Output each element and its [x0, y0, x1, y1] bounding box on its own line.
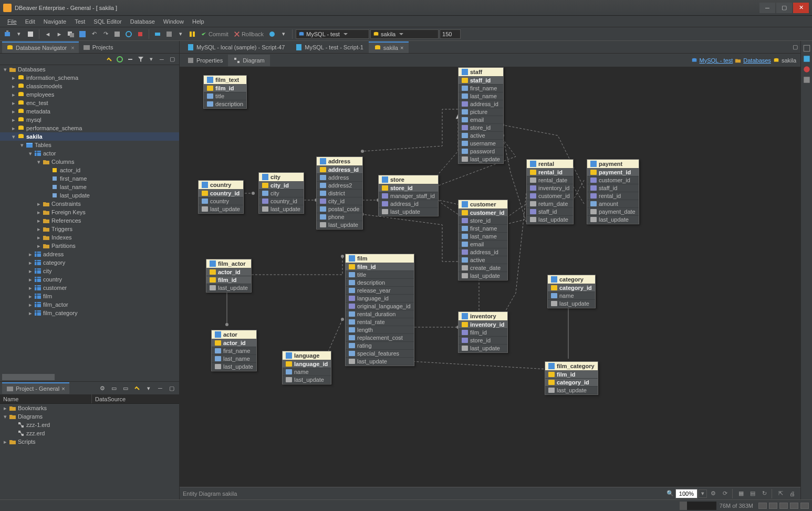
tree-table-actor[interactable]: ▾ actor — [0, 149, 179, 158]
entity-column[interactable]: last_update — [283, 376, 331, 384]
entity-column[interactable]: length — [346, 326, 414, 334]
print-icon[interactable]: 🖨 — [787, 489, 797, 498]
tree-folder[interactable]: ▸Indexes — [0, 233, 179, 242]
tree-bookmarks[interactable]: ▸Bookmarks — [0, 404, 179, 412]
entity-header[interactable]: customer — [459, 200, 507, 209]
commit-button[interactable]: Commit — [199, 31, 231, 37]
entity-column[interactable]: manager_staff_id — [379, 192, 438, 200]
entity-column[interactable]: last_update — [317, 221, 362, 229]
close-icon[interactable]: × — [61, 385, 65, 392]
entity-column[interactable]: last_update — [459, 272, 507, 280]
database-tree[interactable]: ▾ Databases ▸information_schema▸classicm… — [0, 65, 179, 373]
entity-column[interactable]: customer_id — [527, 192, 573, 200]
entity-column[interactable]: address_id — [459, 100, 503, 108]
forward-icon[interactable]: ► — [54, 29, 65, 39]
entity-column[interactable]: replacement_cost — [346, 334, 414, 342]
tree-db[interactable]: ▸performance_schema — [0, 124, 179, 132]
tree-erd-2[interactable]: zzz.erd — [0, 429, 179, 437]
entity-column[interactable]: rental_date — [527, 176, 573, 184]
entity-column[interactable]: picture — [459, 108, 503, 116]
entity-column[interactable]: title — [204, 92, 246, 100]
tree-folder[interactable]: ▸Foreign Keys — [0, 208, 179, 216]
tree-column[interactable]: last_name — [0, 183, 179, 191]
entity-column-pk[interactable]: actor_id — [206, 268, 251, 276]
tree-scripts[interactable]: ▸Scripts — [0, 437, 179, 446]
entity-column[interactable]: last_name — [459, 233, 507, 241]
entity-column[interactable]: name — [283, 368, 331, 376]
layout-columns-icon[interactable]: ▦ — [736, 489, 746, 498]
entity-column-pk[interactable]: store_id — [379, 184, 438, 192]
entity-column-pk[interactable]: language_id — [283, 360, 331, 368]
tx-log-icon[interactable] — [187, 29, 197, 39]
tab-script-1[interactable]: MySQL - test - Script-1 — [290, 41, 368, 53]
menu-sql-editor[interactable]: SQL Editor — [89, 18, 126, 25]
stack-icon[interactable] — [66, 29, 76, 39]
entity-column[interactable]: city_id — [317, 197, 362, 205]
entity-city[interactable]: citycity_idcitycountry_idlast_update — [258, 172, 304, 214]
tx-dd2-icon[interactable]: ▾ — [278, 29, 289, 39]
layout-grid-icon[interactable]: ▤ — [747, 489, 758, 498]
minimize-icon[interactable]: ─ — [157, 55, 166, 64]
tree-folder[interactable]: ▸References — [0, 216, 179, 225]
entity-column[interactable]: staff_id — [527, 208, 573, 216]
goto-icon[interactable] — [803, 76, 811, 84]
new-connection-icon[interactable] — [2, 29, 13, 39]
tab-sakila[interactable]: sakila× — [369, 41, 409, 53]
entity-column[interactable]: first_name — [212, 347, 256, 355]
tree-table[interactable]: ▸film — [0, 292, 179, 300]
tree-table[interactable]: ▸film_actor — [0, 300, 179, 309]
datasource-combo[interactable]: MySQL - test — [296, 29, 369, 39]
new-sql-icon[interactable] — [25, 29, 36, 39]
back-icon[interactable]: ◄ — [43, 29, 53, 39]
entity-column-pk[interactable]: film_id — [204, 85, 246, 92]
menu-window[interactable]: Window — [159, 18, 188, 25]
tree-folder[interactable]: ▸Triggers — [0, 225, 179, 233]
entity-column-pk[interactable]: film_id — [346, 263, 414, 271]
tab-script-47[interactable]: MySQL - local (sample) - Script-47 — [182, 41, 290, 53]
maximize-panel-icon[interactable]: ▢ — [168, 55, 177, 64]
auto-layout-icon[interactable]: ↻ — [759, 489, 769, 498]
save-icon[interactable] — [77, 29, 88, 39]
entity-column[interactable]: phone — [317, 213, 362, 221]
schema-combo[interactable]: sakila — [370, 29, 439, 39]
entity-header[interactable]: payment — [587, 160, 639, 169]
breadcrumb-connection[interactable]: MySQL - test — [700, 57, 733, 64]
entity-column[interactable]: description — [346, 279, 414, 287]
minimize-button[interactable]: ─ — [759, 3, 775, 13]
entity-column[interactable]: staff_id — [587, 184, 639, 192]
menu-help[interactable]: Help — [188, 18, 209, 25]
entity-column[interactable]: last_update — [587, 216, 639, 224]
tree-table[interactable]: ▸category — [0, 258, 179, 267]
entity-column[interactable]: last_update — [379, 208, 438, 216]
menu-database[interactable]: Database — [126, 18, 159, 25]
link-projects-icon[interactable] — [132, 383, 142, 393]
entity-column-pk[interactable]: category_id — [545, 379, 598, 387]
entity-column[interactable]: email — [459, 116, 503, 124]
tree-diagrams[interactable]: ▾Diagrams — [0, 412, 179, 421]
tree-columns-folder[interactable]: ▾ Columns — [0, 158, 179, 166]
gear-icon[interactable]: ⚙ — [708, 489, 719, 498]
gear-icon[interactable]: ⚙ — [97, 383, 108, 393]
perspective-thumb[interactable] — [779, 503, 788, 509]
entity-column[interactable]: country_id — [259, 197, 304, 205]
col-name[interactable]: Name — [0, 394, 92, 403]
entity-column[interactable]: language_id — [346, 295, 414, 303]
entity-column[interactable]: country — [199, 197, 243, 205]
entity-film_category[interactable]: film_categoryfilm_idcategory_idlast_upda… — [545, 361, 598, 395]
entity-address[interactable]: addressaddress_idaddressaddress2district… — [316, 157, 363, 230]
entity-column[interactable]: title — [346, 271, 414, 279]
menu-navigate[interactable]: Navigate — [39, 18, 70, 25]
tree-column[interactable]: first_name — [0, 174, 179, 183]
entity-column[interactable]: rating — [346, 342, 414, 350]
tab-database-navigator[interactable]: Database Navigator× — [2, 41, 79, 53]
entity-column[interactable]: rental_duration — [346, 310, 414, 318]
entity-column[interactable]: email — [459, 241, 507, 248]
entity-column[interactable]: district — [317, 190, 362, 197]
entity-film_text[interactable]: film_textfilm_idtitledescription — [203, 75, 247, 109]
undo-icon[interactable]: ↶ — [89, 29, 99, 39]
filter-icon[interactable] — [136, 55, 145, 64]
new-connection-dropdown-icon[interactable]: ▾ — [14, 29, 24, 39]
collapse-icon[interactable]: ▭ — [109, 383, 119, 393]
entity-column[interactable]: active — [459, 132, 503, 140]
entity-column[interactable]: last_update — [212, 363, 256, 371]
